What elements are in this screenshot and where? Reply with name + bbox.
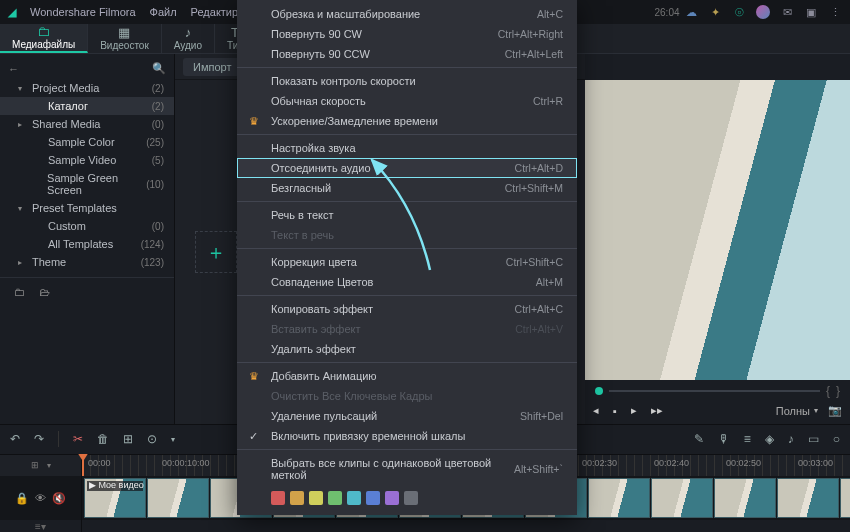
lock-icon[interactable]: 🔒 — [15, 492, 29, 505]
video-clip[interactable] — [588, 478, 650, 518]
ctx-item[interactable]: Удаление пульсацийShift+Del — [237, 406, 577, 426]
cut-icon[interactable]: ✂ — [73, 432, 83, 446]
ctx-item[interactable]: ♛Добавить Анимацию — [237, 366, 577, 386]
ctx-item[interactable]: Коррекция цветаCtrl+Shift+C — [237, 252, 577, 272]
video-clip[interactable] — [840, 478, 850, 518]
ctx-item-label: Ускорение/Замедление времени — [271, 115, 438, 127]
edit-icon[interactable]: ✎ — [694, 432, 704, 446]
ctx-item[interactable]: Совпадение ЦветовAlt+M — [237, 272, 577, 292]
ctx-item[interactable]: Показать контроль скорости — [237, 71, 577, 91]
ctx-item-label: Копировать эффект — [271, 303, 373, 315]
back-arrow-icon[interactable]: ← — [8, 63, 19, 75]
mic-icon[interactable]: 🎙 — [718, 432, 730, 446]
ctx-item[interactable]: ✓Включить привязку временной шкалы — [237, 426, 577, 446]
ctx-item[interactable]: Повернуть 90 CWCtrl+Alt+Right — [237, 24, 577, 44]
tab-audio[interactable]: ♪Аудио — [162, 24, 215, 53]
next-frame-button[interactable]: ▸▸ — [651, 404, 663, 417]
mute-icon[interactable]: 🔇 — [52, 492, 66, 505]
quality-dropdown[interactable]: Полны▾📷 — [776, 404, 842, 417]
stop-button[interactable]: ▪ — [613, 405, 617, 417]
ctx-item[interactable]: Копировать эффектCtrl+Alt+C — [237, 299, 577, 319]
track-header[interactable]: 🔒 👁 🔇 — [0, 476, 82, 520]
ctx-item[interactable]: Настройка звука — [237, 138, 577, 158]
chevron-down-icon[interactable]: ▾ — [47, 461, 51, 470]
play-button[interactable]: ▸ — [631, 404, 637, 417]
color-swatch[interactable] — [290, 491, 304, 505]
sidebar-item-count: (0) — [152, 221, 164, 232]
cloud-icon[interactable]: ☁ — [684, 5, 698, 19]
ctx-item[interactable]: Речь в текст — [237, 205, 577, 225]
open-folder-icon[interactable]: 🗁 — [39, 286, 50, 298]
ctx-item[interactable]: Обычная скоростьCtrl+R — [237, 91, 577, 111]
timecode: 00:00 — [88, 458, 111, 468]
sidebar-item-каталог[interactable]: Каталог(2) — [0, 97, 174, 115]
sidebar-item-project-media[interactable]: ▾Project Media(2) — [0, 79, 174, 97]
context-menu[interactable]: Обрезка и масштабированиеAlt+CПовернуть … — [237, 0, 577, 515]
mark-out-icon[interactable]: } — [836, 384, 840, 398]
ctx-item[interactable]: Обрезка и масштабированиеAlt+C — [237, 4, 577, 24]
save-icon[interactable]: ▣ — [804, 5, 818, 19]
ctx-item[interactable]: Удалить эффект — [237, 339, 577, 359]
sidebar-item-sample-green-screen[interactable]: Sample Green Screen(10) — [0, 169, 174, 199]
scrub-track[interactable] — [609, 390, 820, 392]
redo-icon[interactable]: ↷ — [34, 432, 44, 446]
preview-video[interactable] — [585, 80, 850, 380]
undo-icon[interactable]: ↶ — [10, 432, 20, 446]
audio-wave-icon[interactable]: ♪ — [788, 432, 794, 446]
color-swatch[interactable] — [271, 491, 285, 505]
headphone-icon[interactable]: ⦾ — [732, 5, 746, 19]
prev-frame-button[interactable]: ◂ — [593, 404, 599, 417]
scrubber[interactable]: { } — [585, 380, 850, 402]
record-icon[interactable]: ○ — [833, 432, 840, 446]
ctx-item[interactable]: ♛Ускорение/Замедление времени — [237, 111, 577, 131]
sidebar-item-shared-media[interactable]: ▸Shared Media(0) — [0, 115, 174, 133]
video-clip[interactable] — [651, 478, 713, 518]
video-clip[interactable]: ▶ Мое видео — [84, 478, 146, 518]
render-icon[interactable]: ▭ — [808, 432, 819, 446]
video-clip[interactable] — [147, 478, 209, 518]
add-track-icon[interactable]: ⊞ — [31, 460, 39, 470]
ctx-item[interactable]: БезгласныйCtrl+Shift+M — [237, 178, 577, 198]
new-folder-icon[interactable]: 🗀 — [14, 286, 25, 298]
bulb-icon[interactable]: ✦ — [708, 5, 722, 19]
color-swatch[interactable] — [385, 491, 399, 505]
sidebar-item-custom[interactable]: Custom(0) — [0, 217, 174, 235]
mixer-icon[interactable]: ≡ — [744, 432, 751, 446]
video-clip[interactable] — [777, 478, 839, 518]
tab-stock[interactable]: ▦Видеосток — [88, 24, 162, 53]
ctx-item[interactable]: Выбрать все клипы с одинаковой цветовой … — [237, 453, 577, 485]
ctx-item[interactable]: Повернуть 90 CCWCtrl+Alt+Left — [237, 44, 577, 64]
sidebar-item-sample-color[interactable]: Sample Color(25) — [0, 133, 174, 151]
ctx-item[interactable]: Отсоединить аудиоCtrl+Alt+D — [237, 158, 577, 178]
color-swatch[interactable] — [309, 491, 323, 505]
sidebar-item-sample-video[interactable]: Sample Video(5) — [0, 151, 174, 169]
sidebar-item-all-templates[interactable]: All Templates(124) — [0, 235, 174, 253]
crop-icon[interactable]: ⊞ — [123, 432, 133, 446]
color-swatch[interactable] — [328, 491, 342, 505]
video-clip[interactable] — [714, 478, 776, 518]
color-swatch[interactable] — [404, 491, 418, 505]
tab-media[interactable]: 🗀Медиафайлы — [0, 24, 88, 53]
stock-icon: ▦ — [118, 26, 130, 39]
import-dropzone[interactable]: ＋ — [195, 231, 237, 273]
color-swatch[interactable] — [347, 491, 361, 505]
delete-icon[interactable]: 🗑 — [97, 432, 109, 446]
avatar-icon[interactable] — [756, 5, 770, 19]
mail-icon[interactable]: ✉ — [780, 5, 794, 19]
mark-in-icon[interactable]: { — [826, 384, 830, 398]
quality-label: Полны — [776, 405, 810, 417]
sidebar-item-preset-templates[interactable]: ▾Preset Templates — [0, 199, 174, 217]
color-swatch[interactable] — [366, 491, 380, 505]
search-icon[interactable]: 🔍 — [152, 62, 166, 75]
chevron-down-icon[interactable]: ▾ — [171, 435, 175, 444]
playhead[interactable] — [82, 455, 84, 477]
settings-icon[interactable]: ⋮ — [828, 5, 842, 19]
marker-icon[interactable]: ◈ — [765, 432, 774, 446]
snapshot-icon[interactable]: 📷 — [828, 404, 842, 417]
speed-icon[interactable]: ⊙ — [147, 432, 157, 446]
scrub-handle-icon[interactable] — [595, 387, 603, 395]
menu-file[interactable]: Файл — [150, 6, 177, 18]
eye-icon[interactable]: 👁 — [35, 492, 46, 504]
sidebar-item-theme[interactable]: ▸Theme(123) — [0, 253, 174, 271]
collapse-tracks-icon[interactable]: ≡▾ — [0, 520, 82, 532]
